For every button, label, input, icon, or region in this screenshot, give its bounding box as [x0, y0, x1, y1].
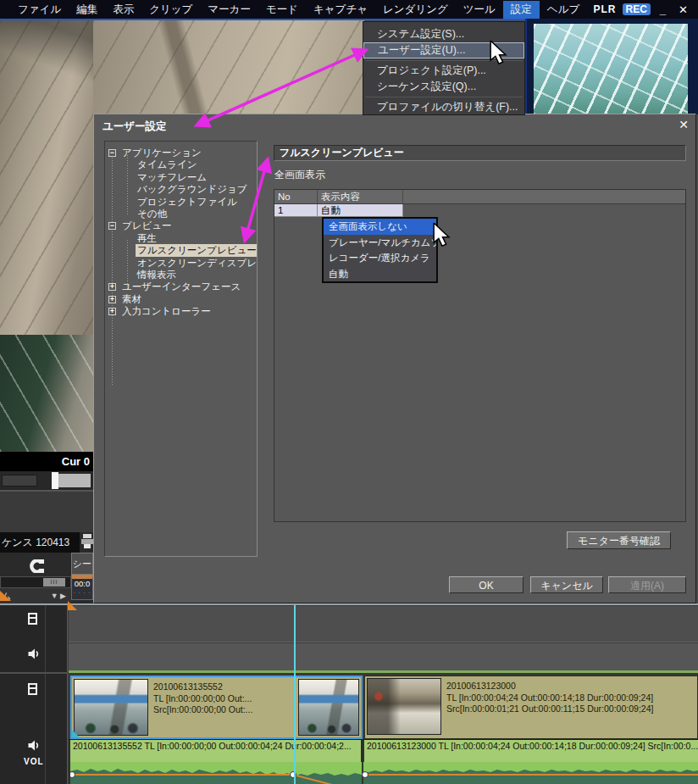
settings-menu-item[interactable]: システム設定(S)...: [363, 26, 524, 42]
collapse-icon[interactable]: −: [108, 222, 116, 230]
tree-item[interactable]: バックグラウンドジョブ: [105, 183, 257, 195]
monitor-check-button[interactable]: モニター番号確認: [567, 531, 671, 549]
timeline-clip[interactable]: 20100613135552 TL [In:00:00:00;00 Out:..…: [70, 676, 363, 739]
tree-item[interactable]: 情報表示: [105, 269, 257, 281]
dialog-close-icon[interactable]: ✕: [679, 118, 689, 131]
audio-track[interactable]: 20100613135552 TL [In:00:00:00;00 Out:00…: [69, 739, 698, 762]
timecode-dots: . . . .: [72, 589, 92, 594]
video-track-icon[interactable]: [28, 683, 37, 695]
close-icon[interactable]: ✕: [675, 3, 691, 16]
device-icon[interactable]: [81, 532, 93, 553]
clip-name: 20100613135552: [153, 681, 299, 693]
tree-item-label: マッチフレーム: [136, 171, 208, 183]
dropdown-option[interactable]: プレーヤー/マルチカムソース: [324, 235, 436, 251]
menu-item[interactable]: ファイル: [10, 1, 69, 19]
dialog-titlebar[interactable]: ユーザー設定 ✕: [94, 114, 695, 136]
shuttle-handle[interactable]: [52, 472, 58, 489]
empty-track-lower[interactable]: [69, 643, 698, 670]
tree-item[interactable]: 再生: [105, 232, 257, 244]
timeline-in-marker: [68, 601, 77, 610]
display-dropdown: 全画面表示しないプレーヤー/マルチカムソースレコーダー/選択カメラ自動: [322, 217, 438, 283]
cancel-button[interactable]: キャンセル: [530, 576, 603, 593]
apply-button: 適用(A): [608, 576, 686, 593]
snap-magnet-icon[interactable]: [24, 559, 46, 576]
clip-src-info: Src[In:00:00:01;21 Out:00:00:11;15 Dur:0…: [446, 703, 692, 715]
tree-item-label: ユーザーインターフェース: [120, 281, 242, 292]
clip-src-info: Src[In:00:00:00;00 Out:...: [153, 704, 299, 716]
tree-item[interactable]: −プレビュー: [105, 220, 257, 231]
menu-item[interactable]: 設定: [503, 1, 540, 19]
settings-menu-item[interactable]: プロファイルの切り替え(F)...: [363, 99, 524, 115]
player-bin-column: Cur 0 ケンス 120413 シー III ⇌ 00:0 . . . . ム…: [0, 452, 93, 603]
menu-item[interactable]: クリップ: [141, 1, 200, 19]
timecode-box: 00:0 . . . .: [71, 575, 93, 600]
tree-item[interactable]: マッチフレーム: [105, 171, 257, 183]
dropdown-option[interactable]: 自動: [324, 266, 436, 282]
menu-item[interactable]: レンダリング: [375, 1, 456, 19]
tree-item-label: 素材: [120, 293, 143, 305]
tree-item[interactable]: プロジェクトファイル: [105, 196, 257, 208]
settings-menu-item[interactable]: プロジェクト設定(P)...: [363, 63, 524, 79]
cell-no[interactable]: 1: [274, 204, 318, 217]
tree-item-label: アプリケーション: [120, 147, 203, 158]
tree-item[interactable]: +素材: [105, 293, 257, 305]
recorder-mode-button[interactable]: REC: [623, 3, 651, 15]
settings-menu: システム設定(S)...ユーザー設定(U)...プロジェクト設定(P)...シー…: [363, 21, 525, 115]
menu-item[interactable]: ツール: [456, 1, 503, 19]
audio-track-icon[interactable]: [28, 648, 41, 663]
volume-handle[interactable]: [363, 772, 368, 778]
zoom-slider[interactable]: III: [0, 576, 71, 588]
tree-item-label: 再生: [136, 232, 158, 244]
player-mode-button[interactable]: PLR: [594, 3, 617, 15]
collapse-icon[interactable]: −: [108, 149, 116, 157]
video-track-icon[interactable]: [28, 613, 37, 625]
tree-item[interactable]: オンスクリーンディスプレイ: [105, 257, 257, 269]
expand-icon[interactable]: +: [108, 283, 116, 291]
audio-clip-info[interactable]: 20100613123000 TL [In:00:00:04;24 Out:00…: [364, 740, 698, 763]
menu-item[interactable]: マーカー: [200, 1, 258, 19]
clip-thumbnail: [298, 679, 359, 736]
dropdown-option[interactable]: レコーダー/選択カメラ: [324, 250, 436, 266]
empty-track-upper[interactable]: [69, 606, 698, 642]
waveform-area[interactable]: [70, 762, 698, 784]
tree-item[interactable]: フルスクリーンプレビュー: [105, 244, 257, 256]
tree-item-label: バックグラウンドジョブ: [136, 183, 248, 195]
volume-label[interactable]: VOL: [24, 757, 44, 766]
tree-item[interactable]: その他: [105, 208, 257, 220]
ok-button[interactable]: OK: [449, 576, 524, 593]
tree-item[interactable]: +ユーザーインターフェース: [105, 281, 257, 292]
settings-menu-item[interactable]: シーケンス設定(Q)...: [363, 79, 524, 95]
dropdown-option[interactable]: 全画面表示しない: [324, 219, 436, 235]
menu-separator: [365, 60, 523, 61]
table-row[interactable]: 1 自動: [274, 204, 685, 217]
clip-thumbnail: [74, 679, 148, 736]
sequence-tab[interactable]: シー: [71, 553, 93, 575]
clip-tl-info: TL [In:00:00:00;00 Out:...: [153, 693, 299, 705]
menu-item[interactable]: モード: [258, 1, 306, 19]
timeline-clip[interactable]: 20100613123000 TL [In:00:00:04;24 Out:00…: [364, 676, 698, 739]
menu-item[interactable]: ヘルプ: [540, 1, 587, 19]
menu-item[interactable]: 編集: [69, 1, 105, 19]
shuttle-slider[interactable]: [0, 471, 93, 490]
tree-item[interactable]: タイムライン: [105, 158, 257, 170]
menu-item[interactable]: キャプチャ: [306, 1, 375, 19]
shuttle-track-left: [2, 475, 37, 487]
tree-item[interactable]: −アプリケーション: [105, 147, 257, 158]
minimize-icon[interactable]: _: [656, 3, 669, 16]
menu-item[interactable]: 表示: [105, 1, 141, 19]
clip-info: 20100613123000 TL [In:00:00:04;24 Out:00…: [446, 681, 692, 715]
timeline: VOL 20100613135552 TL [In:00:00:00;00 Ou…: [0, 603, 698, 784]
track-mode-dropdown-icon[interactable]: ▼ ▶: [51, 588, 66, 603]
audio-track-icon[interactable]: [28, 739, 41, 754]
audio-clip-info[interactable]: 20100613135552 TL [In:00:00:00;00 Out:00…: [70, 740, 363, 763]
playhead[interactable]: [294, 605, 296, 784]
settings-menu-item[interactable]: ユーザー設定(U)...: [363, 42, 524, 58]
waveform-track[interactable]: [69, 762, 698, 784]
tree-item[interactable]: +入力コントローラー: [105, 305, 257, 317]
expand-icon[interactable]: +: [108, 308, 116, 315]
clip-corner-marker: [72, 730, 80, 737]
cell-content[interactable]: 自動: [318, 204, 403, 217]
volume-handle[interactable]: [70, 772, 75, 778]
expand-icon[interactable]: +: [108, 296, 116, 303]
shuttle-track-right: [58, 474, 91, 487]
